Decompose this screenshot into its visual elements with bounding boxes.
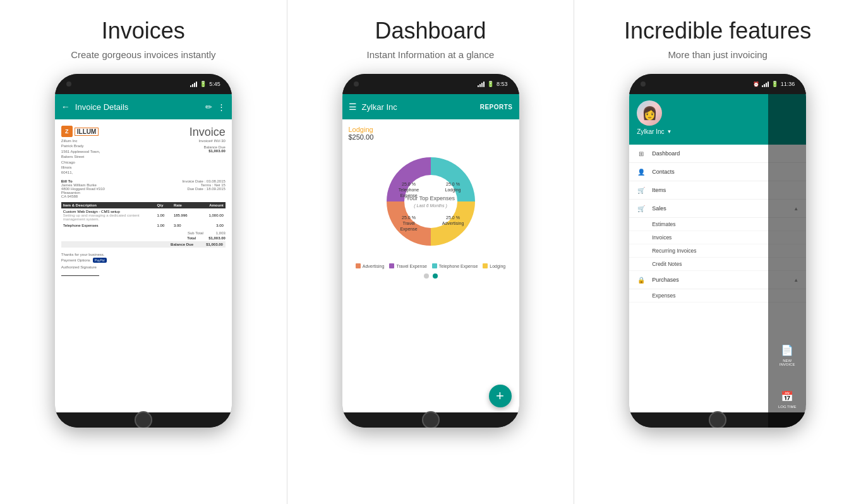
time-1: 5:45 (209, 81, 220, 87)
panel-dashboard-title: Dashboard (375, 18, 486, 44)
zillum-logo: Z ILLUM (61, 126, 100, 137)
svg-text:25.0 %: 25.0 % (402, 215, 416, 220)
invoice-meta: Invoice# INV-30 Balance Due $1,003.00 (190, 139, 226, 153)
avatar-image: 👩 (637, 100, 662, 126)
phone-bottom-1 (55, 412, 232, 428)
svg-text:Telephone: Telephone (398, 188, 418, 193)
signal-icon-2 (478, 81, 485, 87)
phone-features: ⏰ 🔋 11:36 (629, 74, 806, 428)
home-button-3[interactable] (709, 411, 726, 428)
svg-text:25.0 %: 25.0 % (446, 182, 460, 186)
panel-dashboard: Dashboard Instant Information at a glanc… (287, 0, 575, 504)
signal-icon-1 (190, 81, 197, 87)
panel-features-title: Incredible features (624, 18, 811, 44)
chart-center-text: Your Top Expenses ( Last 6 Months ) (406, 195, 455, 208)
phone-dashboard: 🔋 8:53 ☰ Zylkar Inc REPORTS Lodging $250… (342, 74, 519, 428)
legend-lodging: Lodging (483, 263, 505, 268)
alarm-icon: ⏰ (753, 81, 759, 87)
status-bar-2: 🔋 8:53 (478, 81, 508, 87)
invoice-footer: Thanks for your business. Payment Option… (61, 253, 226, 276)
chevron-down-icon[interactable]: ▼ (667, 129, 672, 135)
phone-topbar-2: 🔋 8:53 (342, 74, 519, 94)
phone-invoices: 🔋 5:45 ← Invoice Details ✏ ⋮ Z (55, 74, 232, 428)
time-3: 11:36 (781, 81, 795, 87)
more-icon-1[interactable]: ⋮ (217, 102, 226, 112)
invoice-table: Item & Description Qty Rate Amount Custo… (61, 202, 226, 229)
panels-container: Invoices Create gorgeous invoices instan… (0, 0, 861, 504)
purchases-icon: 🔒 (637, 275, 646, 284)
invoice-totals: Sub Total 1,003 Total $1,003.00 Balance … (61, 231, 226, 248)
dash-content: Lodging $250.00 (342, 119, 519, 412)
battery-icon-3: 🔋 (771, 81, 778, 87)
side-panel: 📄 NEW INVOICE 📅 LOG TIME (768, 94, 806, 412)
chart-legend: Advertising Travel Expense Telephone Exp… (356, 263, 505, 268)
svg-text:25.0 %: 25.0 % (402, 182, 416, 186)
svg-text:Lodging: Lodging (445, 188, 461, 193)
battery-icon-2: 🔋 (487, 81, 494, 87)
time-2: 8:53 (497, 81, 508, 87)
legend-dot-travel (389, 263, 394, 268)
fab-button[interactable]: + (489, 385, 512, 407)
company-details: Zillum Inc Patrick Brady 1561 Applewood … (61, 138, 100, 176)
phone-topbar-3: ⏰ 🔋 11:36 (629, 74, 806, 94)
page-dot-2[interactable] (433, 273, 438, 279)
drawer-company-row: Zylkar Inc ▼ (637, 128, 671, 135)
status-bar-3: ⏰ 🔋 11:36 (753, 81, 795, 87)
signature-line (61, 275, 99, 276)
table-row: Telephone Expenses 1.00 3.00 3.00 (61, 222, 226, 229)
dash-toolbar-title: Zylkar Inc (362, 102, 480, 112)
reports-button[interactable]: REPORTS (480, 104, 513, 111)
home-button-2[interactable] (422, 411, 440, 428)
drawer-company-name: Zylkar Inc (637, 128, 664, 135)
back-icon-1[interactable]: ← (61, 102, 70, 112)
phone-camera-3 (641, 81, 646, 87)
panel-invoices-subtitle: Create gorgeous invoices instantly (71, 49, 215, 60)
phone-topbar-1: 🔋 5:45 (55, 74, 232, 94)
invoice-toolbar-title: Invoice Details (75, 102, 205, 112)
legend-advertising: Advertising (356, 263, 385, 268)
screen-dashboard: ☰ Zylkar Inc REPORTS Lodging $250.00 (342, 94, 519, 412)
page-dot-1[interactable] (424, 273, 429, 279)
zillum-text: ILLUM (75, 128, 99, 136)
phone-camera-2 (354, 81, 359, 87)
bill-to-section: Bill To James William Burke 4800 Hoggard… (61, 179, 226, 198)
contacts-icon: 👤 (637, 167, 646, 176)
signal-icon-3 (762, 81, 769, 87)
legend-dot-telephone (432, 263, 437, 268)
lodging-label: Lodging (349, 126, 373, 133)
dash-toolbar: ☰ Zylkar Inc REPORTS (342, 94, 519, 119)
panel-invoices: Invoices Create gorgeous invoices instan… (0, 0, 287, 504)
svg-text:25.0 %: 25.0 % (446, 215, 460, 220)
hamburger-icon[interactable]: ☰ (349, 102, 357, 112)
invoice-content: Z ILLUM Zillum Inc Patrick Brady 1561 Ap… (55, 119, 232, 412)
items-icon: 🛒 (637, 186, 646, 195)
new-invoice-side-btn[interactable]: 📄 NEW INVOICE (774, 339, 800, 371)
panel-features-subtitle: More than just invoicing (668, 49, 768, 60)
legend-dot-advertising (356, 263, 361, 268)
invoice-toolbar: ← Invoice Details ✏ ⋮ (55, 94, 232, 119)
screen-features: 👩 Zylkar Inc ▼ ⊞ Dashboard 👤 (629, 94, 806, 412)
sales-icon: 🛒 (637, 204, 646, 213)
table-row: Custom Web Design - CMS setup Setting up… (61, 208, 226, 222)
legend-travel: Travel Expense (389, 263, 426, 268)
page-indicators (424, 273, 438, 279)
edit-icon-1[interactable]: ✏ (205, 102, 212, 112)
panel-dashboard-subtitle: Instant Information at a glance (367, 49, 495, 60)
battery-icon-1: 🔋 (200, 81, 207, 87)
legend-dot-lodging (483, 263, 488, 268)
legend-telephone: Telephone Expense (432, 263, 478, 268)
home-button-1[interactable] (135, 411, 152, 428)
svg-text:Advertising: Advertising (442, 221, 464, 226)
svg-text:Travel: Travel (402, 221, 415, 225)
dashboard-icon: ⊞ (637, 149, 646, 158)
panel-features: Incredible features More than just invoi… (574, 0, 861, 504)
log-time-side-btn[interactable]: 📅 LOG TIME (774, 383, 800, 412)
donut-chart: 25.0 % Telephone Expense 25.0 % Lodging … (374, 145, 488, 258)
phone-camera-1 (66, 81, 71, 87)
new-invoice-icon: 📄 (781, 344, 793, 356)
phone-bottom-2 (342, 412, 519, 428)
status-bar-1: 🔋 5:45 (190, 81, 220, 87)
panel-invoices-title: Invoices (102, 18, 185, 44)
screen-invoices: ← Invoice Details ✏ ⋮ Z ILLUM Zill (55, 94, 232, 412)
log-time-icon: 📅 (781, 390, 793, 402)
